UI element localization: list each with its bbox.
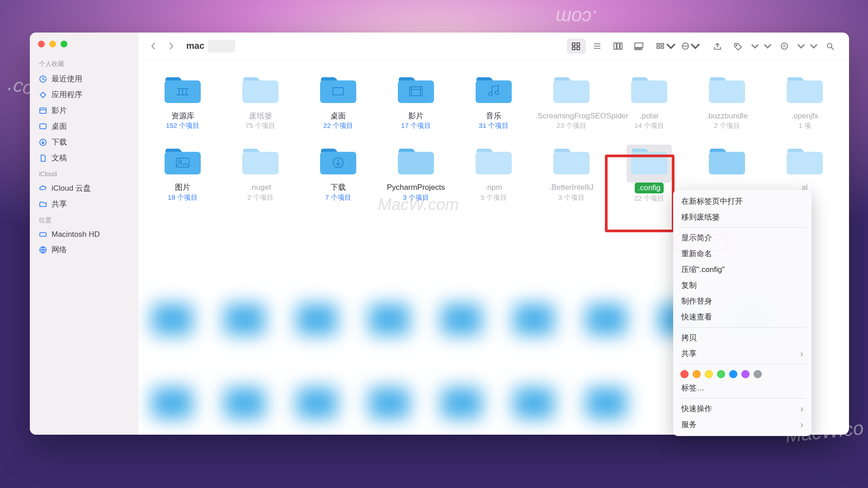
folder-item[interactable]: 废纸篓 75 个项目 xyxy=(222,73,298,130)
minimize-button[interactable] xyxy=(49,41,56,47)
folder-name: 废纸篓 xyxy=(249,111,272,121)
close-button[interactable] xyxy=(38,41,45,47)
sidebar-item-applications[interactable]: 应用程序 xyxy=(35,87,133,103)
folder-item[interactable]: 下载 7 个项目 xyxy=(300,145,376,202)
tag-color[interactable] xyxy=(680,370,689,378)
sidebar-item-downloads[interactable]: 下载 xyxy=(35,134,133,150)
folder-meta: 22 个项目 xyxy=(634,194,664,203)
folder-item[interactable]: 桌面 22 个项目 xyxy=(300,73,376,130)
tag-color[interactable] xyxy=(729,370,737,378)
sidebar-section-title: iCloud xyxy=(35,166,133,180)
folder-icon xyxy=(474,146,514,176)
folder-meta: 17 个项目 xyxy=(401,122,431,130)
ctx-tags[interactable]: 标签… xyxy=(673,380,811,396)
folder-item[interactable]: 影片 17 个项目 xyxy=(378,73,454,130)
folder-meta: 3 个项目 xyxy=(403,193,429,202)
folder-item[interactable]: PycharmProjects 3 个项目 xyxy=(378,145,454,202)
ctx-compress[interactable]: 压缩".config" xyxy=(673,262,811,277)
ctx-duplicate[interactable]: 复制 xyxy=(673,277,811,293)
svg-rect-45 xyxy=(242,152,278,174)
folder-icon xyxy=(318,75,358,105)
folder-icon xyxy=(241,146,280,176)
folder-item[interactable]: .openjfx 1 项 xyxy=(767,73,843,130)
folder-item[interactable]: .buzzbundle 2 个项目 xyxy=(689,73,765,130)
sidebar-section-title: 个人收藏 xyxy=(35,56,133,71)
sidebar-item-macintosh-hd[interactable]: Macintosh HD xyxy=(35,227,133,242)
folder-meta: 2 个项目 xyxy=(714,122,740,130)
ctx-quick-look[interactable]: 快速查看 xyxy=(673,309,811,325)
ctx-move-to-trash[interactable]: 移到废纸篓 xyxy=(673,209,811,225)
sidebar-item-desktop[interactable]: 桌面 xyxy=(35,118,133,134)
ctx-item-label: 服务 xyxy=(681,419,697,430)
back-button[interactable] xyxy=(146,39,160,53)
sidebar-item-movies[interactable]: 影片 xyxy=(35,103,133,118)
ctx-make-alias[interactable]: 制作替身 xyxy=(673,293,811,309)
tag-color[interactable] xyxy=(705,370,713,378)
folder-icon xyxy=(163,75,203,105)
icon-view-button[interactable] xyxy=(567,38,586,54)
folder-item[interactable]: .nuget 2 个项目 xyxy=(222,145,298,202)
tag-color[interactable] xyxy=(754,370,762,378)
folder-item[interactable]: .polar 14 个项目 xyxy=(611,73,687,130)
sidebar-item-shared[interactable]: 共享 xyxy=(35,196,133,212)
trademark-button[interactable]: R xyxy=(775,38,794,54)
svg-rect-4 xyxy=(40,233,46,236)
search-button[interactable] xyxy=(821,38,840,54)
sidebar-item-network[interactable]: 网络 xyxy=(35,242,133,258)
folder-item[interactable]: .npm 5 个项目 xyxy=(456,145,532,202)
dropdown-button[interactable] xyxy=(762,38,773,54)
sidebar-item-documents[interactable]: 文稿 xyxy=(35,150,133,166)
folder-icon xyxy=(629,75,669,105)
svg-rect-41 xyxy=(787,80,823,103)
ctx-open-new-tab[interactable]: 在新标签页中打开 xyxy=(673,193,811,209)
forward-button[interactable] xyxy=(165,39,178,53)
tags-button[interactable] xyxy=(729,38,748,54)
folder-icon xyxy=(707,75,747,105)
gallery-view-button[interactable] xyxy=(629,38,648,54)
folder-meta: 7 个项目 xyxy=(325,193,351,202)
column-view-button[interactable] xyxy=(609,38,627,54)
svg-rect-9 xyxy=(577,47,580,50)
folder-icon xyxy=(707,146,747,176)
ctx-get-info[interactable]: 显示简介 xyxy=(673,230,811,246)
sidebar-item-recents[interactable]: 最近使用 xyxy=(35,71,133,87)
ctx-copy[interactable]: 拷贝 xyxy=(673,330,811,346)
svg-rect-10 xyxy=(614,43,616,49)
ctx-quick-actions[interactable]: 快速操作 xyxy=(673,401,811,417)
folder-name: 影片 xyxy=(408,111,424,121)
ctx-share[interactable]: 共享 xyxy=(673,346,811,361)
folder-item[interactable]: 图片 18 个项目 xyxy=(145,145,221,202)
folder-icon xyxy=(318,146,358,176)
ctx-services[interactable]: 服务 xyxy=(673,417,811,432)
tag-color[interactable] xyxy=(717,370,725,378)
folder-icon xyxy=(552,75,591,105)
action-menu-button[interactable] xyxy=(679,38,702,54)
folder-item[interactable]: 音乐 31 个项目 xyxy=(456,73,532,130)
sidebar-item-label: 网络 xyxy=(52,244,67,255)
group-by-button[interactable] xyxy=(655,38,677,54)
folder-name: PycharmProjects xyxy=(387,183,445,192)
folder-item[interactable]: 资源库 152 个项目 xyxy=(145,73,221,130)
tag-color[interactable] xyxy=(741,370,750,378)
sidebar: 个人收藏 最近使用 应用程序 影片 桌面 下载 文稿 iCloud iCloud… xyxy=(30,33,138,435)
shared-folder-icon xyxy=(39,200,47,208)
maximize-button[interactable] xyxy=(61,41,67,47)
dropdown-button[interactable] xyxy=(750,38,760,54)
dropdown-button[interactable] xyxy=(808,38,819,54)
folder-name: .config xyxy=(635,183,664,193)
svg-rect-14 xyxy=(635,48,637,50)
folder-icon xyxy=(785,146,825,176)
sidebar-item-label: 下载 xyxy=(52,137,67,147)
ctx-rename[interactable]: 重新命名 xyxy=(673,246,811,262)
svg-rect-20 xyxy=(661,47,664,48)
svg-rect-1 xyxy=(40,108,46,113)
share-button[interactable] xyxy=(708,38,727,54)
list-view-button[interactable] xyxy=(588,38,607,54)
folder-item[interactable]: .BetterIntelliJ 3 个项目 xyxy=(533,145,609,202)
menu-separator xyxy=(679,327,806,328)
sidebar-item-icloud-drive[interactable]: iCloud 云盘 xyxy=(35,180,133,196)
tag-color[interactable] xyxy=(693,370,701,378)
folder-item[interactable]: .ScreamingFrogSEOSpider 23 个项目 xyxy=(533,73,609,130)
dropdown-button[interactable] xyxy=(796,38,807,54)
sidebar-item-label: 桌面 xyxy=(52,121,67,131)
